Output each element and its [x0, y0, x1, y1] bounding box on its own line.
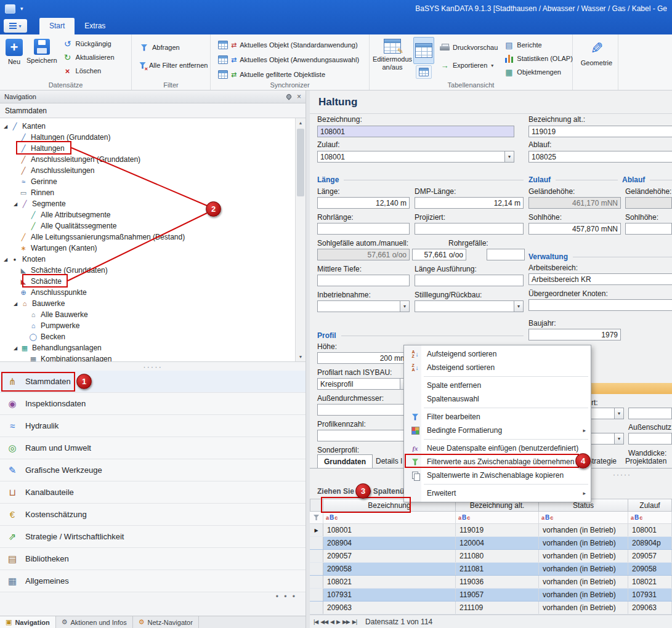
tabellenansicht-toggle-button[interactable] [413, 37, 434, 64]
quick-access-caret-icon[interactable]: ▾ [20, 6, 23, 12]
tree-item-attributsegmente[interactable]: ╱Alle Attributsegmente [0, 209, 306, 220]
tab-start[interactable]: Start [39, 18, 75, 34]
sidebar-item-strategie[interactable]: ⇗Strategie / Wirtschaftlichkeit [0, 526, 306, 548]
neu-button[interactable]: + Neu [4, 37, 25, 68]
filter-cell[interactable]: aBc [456, 512, 539, 524]
tab-extras[interactable]: Extras [75, 18, 115, 34]
cell-bezeichnung-alt[interactable]: 120004 [456, 537, 539, 549]
cell-bezeichnung-alt[interactable]: 119019 [456, 524, 539, 536]
sidebar-item-kostenschaetzung[interactable]: €Kostenschätzung [0, 504, 306, 526]
tab-projektdaten[interactable]: Projektdaten [619, 454, 672, 468]
aussenschutz-field[interactable] [628, 433, 672, 445]
tree-item-leitungssanierungsmassnahmen[interactable]: ╱Alle Leitungssanierungsmaßnahmen (Besta… [0, 231, 306, 243]
sidebar-item-grafische-werkzeuge[interactable]: ✎Grafische Werkzeuge [0, 459, 306, 481]
material-field[interactable] [628, 408, 672, 419]
berichte-button[interactable]: ▤ Berichte [501, 38, 575, 52]
dropdown-arrow-icon[interactable]: ▾ [614, 408, 623, 419]
table-row[interactable]: 108021119036vorhanden (in Betrieb)108021 [310, 576, 672, 589]
cell-zulauf[interactable]: 209063 [628, 602, 672, 614]
tree-item-bauwerke[interactable]: ◢⌂Bauwerke [0, 298, 306, 309]
menu-item-erweitert[interactable]: Erweitert▸ [404, 486, 591, 500]
baujahr-field[interactable]: 1979 [528, 329, 621, 340]
table-row[interactable]: 208904120004vorhanden (in Betrieb)208904… [310, 537, 672, 550]
tab-grunddaten[interactable]: Grunddaten [317, 454, 373, 468]
expand-icon[interactable]: ◢ [11, 345, 20, 351]
cell-zulauf[interactable]: 108021 [628, 576, 672, 588]
cell-status[interactable]: vorhanden (in Betrieb) [539, 537, 628, 549]
sections-overflow-dots[interactable]: • • • [276, 592, 297, 601]
table-row[interactable]: 107931119057vorhanden (in Betrieb)107931 [310, 589, 672, 602]
expand-icon[interactable]: ◢ [11, 301, 20, 307]
aussenschutz-dropdown-field[interactable]: ▾ [588, 433, 624, 445]
menu-item-spalte-entfernen[interactable]: Spalte entfernen [404, 379, 591, 392]
sidebar-item-hydraulik[interactable]: ≈Hydraulik [0, 415, 306, 437]
cell-bezeichnung[interactable]: 107931 [323, 589, 456, 601]
table-row[interactable]: ▶108001119019vorhanden (in Betrieb)10800… [310, 524, 672, 537]
panel-splitter-dots[interactable]: ····· [0, 362, 306, 371]
rohrlaenge-field[interactable] [317, 223, 410, 235]
tree-item-alle-bauwerke[interactable]: ⌂Alle Bauwerke [0, 309, 306, 320]
aktualisieren-button[interactable]: ↻ Aktualisieren [60, 50, 117, 64]
tree-item-qualitaetssegmente[interactable]: ╱Alle Qualitätssegmente [0, 220, 306, 231]
dropdown-arrow-icon[interactable]: ▾ [614, 433, 623, 444]
ablauf-field[interactable]: 108025 [528, 151, 672, 163]
table-row[interactable]: 209057211080vorhanden (in Betrieb)209057 [310, 550, 672, 563]
menu-item-bedingte-formatierung[interactable]: Bedingte Formatierung▸ [404, 424, 591, 437]
cell-status[interactable]: vorhanden (in Betrieb) [539, 589, 628, 601]
sohlgefaelle-manuell-field[interactable]: 57,661 o/oo [412, 249, 466, 260]
druckvorschau-button[interactable]: Druckvorschau [437, 41, 500, 54]
sync-aktuelles-objekt-auswahl-button[interactable]: ⇄ Aktuelles Objekt (Anwendungsauswahl) [216, 53, 368, 66]
tree-item-segmente[interactable]: ◢╱Segmente [0, 198, 306, 209]
abfragen-button[interactable]: Abfragen [137, 41, 209, 54]
laenge-ausfuehrung-field[interactable] [415, 275, 524, 286]
tree-item-kombinationsanlagen[interactable]: ▦Kombinationsanlagen [0, 353, 306, 362]
scrollbar-thumb[interactable] [297, 129, 304, 196]
editiermodus-button[interactable]: ✎ Editiermodus an/aus [373, 37, 411, 73]
tree-item-behandlungsanlagen[interactable]: ◢▦Behandlungsanlagen [0, 342, 306, 353]
dropdown-arrow-icon[interactable]: ▾ [400, 301, 409, 312]
cell-bezeichnung-alt[interactable]: 119057 [456, 589, 539, 601]
menu-item-absteigend-sortieren[interactable]: ZA↓Absteigend sortieren [404, 361, 591, 374]
filter-cell[interactable]: aBc [628, 512, 672, 524]
cell-bezeichnung-alt[interactable]: 211081 [456, 563, 539, 575]
tab-navigation[interactable]: ▣Navigation [0, 616, 56, 628]
loeschen-button[interactable]: × Löschen [60, 64, 117, 78]
objektmengen-button[interactable]: ▦ Objektmengen [501, 65, 575, 79]
profilkennzahl-field[interactable] [317, 430, 410, 441]
filter-cell[interactable]: aBc [323, 512, 456, 524]
next-record-button[interactable]: ▶ [336, 619, 340, 625]
tree-scrollbar[interactable]: ▲ ▼ [295, 118, 306, 361]
sync-gefilterte-objektliste-button[interactable]: ⇄ Aktuelle gefilterte Objektliste [216, 68, 368, 81]
tab-aktionen-und-infos[interactable]: ⚙Aktionen und Infos [56, 616, 133, 628]
menu-item-spaltenwerte-kopieren[interactable]: Spaltenwerte in Zwischenablage kopieren [404, 469, 591, 482]
tree-item-haltungen[interactable]: ╱Haltungen [0, 143, 306, 154]
projiziert-field[interactable] [415, 223, 524, 235]
uebergeordneter-knoten-field[interactable] [528, 299, 672, 311]
stilllegung-field[interactable]: ▾ [415, 300, 524, 312]
dropdown-arrow-icon[interactable]: ▾ [504, 151, 514, 162]
tree-item-pumpwerke[interactable]: ⌂Pumpwerke [0, 320, 306, 331]
sidebar-item-kanalbauteile[interactable]: ⊔Kanalbauteile [0, 481, 306, 504]
sidebar-item-raum-und-umwelt[interactable]: ◎Raum und Umwelt [0, 437, 306, 459]
speichern-button[interactable]: Speichern [25, 37, 59, 66]
statistiken-button[interactable]: Statistiken (OLAP) [501, 52, 575, 65]
cell-status[interactable]: vorhanden (in Betrieb) [539, 602, 628, 614]
cell-zulauf[interactable]: 107931 [628, 589, 672, 601]
filter-cell[interactable]: aBc [539, 512, 628, 524]
prev-page-button[interactable]: ◀◀ [320, 619, 328, 625]
cell-status[interactable]: vorhanden (in Betrieb) [539, 576, 628, 588]
tabellenfilter-button[interactable] [416, 65, 432, 79]
tree-item-gerinne[interactable]: ≈Gerinne [0, 176, 306, 187]
close-icon[interactable]: × [297, 92, 301, 101]
expand-icon[interactable]: ◢ [11, 201, 20, 207]
tree-item-anschlusspunkte[interactable]: ⊕Anschlusspunkte [0, 287, 306, 298]
bezeichnung-field[interactable]: 108001 [317, 126, 514, 137]
cell-bezeichnung-alt[interactable]: 211109 [456, 602, 539, 614]
sidebar-item-bibliotheken[interactable]: ▤Bibliotheken [0, 548, 306, 570]
sidebar-item-allgemeines[interactable]: ▦Allgemeines [0, 570, 306, 592]
menu-item-neue-datenspalte[interactable]: fxNeue Datenspalte einfügen (benutzerdef… [404, 441, 591, 455]
cell-bezeichnung-alt[interactable]: 211080 [456, 550, 539, 562]
first-record-button[interactable]: |◀ [314, 619, 318, 625]
scroll-down-icon[interactable]: ▼ [296, 352, 306, 361]
dropdown-arrow-icon[interactable]: ▾ [514, 301, 523, 312]
